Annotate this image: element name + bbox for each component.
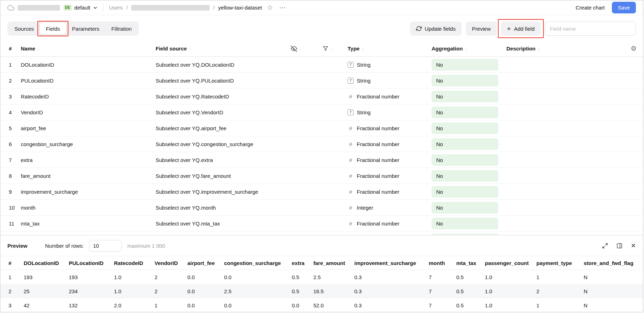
close-preview-icon[interactable]: ✕ <box>631 243 636 249</box>
field-row[interactable]: 2 PULocationID Subselect over YQ.PULocat… <box>0 73 643 89</box>
field-row[interactable]: 5 airport_fee Subselect over YQ.airport_… <box>0 120 643 136</box>
field-aggregation-cell: No <box>427 234 501 235</box>
field-name[interactable]: fare_amount <box>21 173 156 179</box>
number-of-rows-input[interactable] <box>89 240 122 252</box>
preview-cell: 2.5 <box>313 274 354 280</box>
col-aggregation[interactable]: Aggregation ↓ <box>427 46 501 52</box>
col-type[interactable]: Type ↓ <box>344 46 427 52</box>
aggregation-select[interactable]: No <box>432 59 498 71</box>
top-bar: DE default Users / / yellow-taxi-dataset… <box>0 0 643 15</box>
field-type[interactable]: Integer <box>344 205 427 211</box>
create-chart-button[interactable]: Create chart <box>576 5 605 11</box>
field-row[interactable]: 10 month Subselect over YQ.month Integer… <box>0 200 643 216</box>
col-field-source[interactable]: Field source ↓ <box>156 46 288 52</box>
preview-cell: 2 <box>536 288 584 294</box>
field-type-label: Fractional number <box>357 141 399 147</box>
col-name[interactable]: Name ↓ <box>21 46 156 52</box>
field-row[interactable]: 7 extra Subselect over YQ.extra Fraction… <box>0 152 643 168</box>
field-name-input[interactable] <box>545 22 636 36</box>
field-name[interactable]: congestion_surcharge <box>21 141 156 147</box>
field-type[interactable]: Fractional number <box>344 94 427 100</box>
field-row[interactable]: 1 DOLocationID Subselect over YQ.DOLocat… <box>0 57 643 73</box>
field-aggregation-cell: No <box>427 75 501 86</box>
preview-cell: N <box>584 302 643 308</box>
field-name[interactable]: VendorID <box>21 109 156 115</box>
field-type[interactable]: Fractional number <box>344 141 427 147</box>
save-button[interactable]: Save <box>612 2 636 13</box>
aggregation-select[interactable]: No <box>432 75 498 86</box>
add-field-button[interactable]: + Add field <box>501 22 541 36</box>
aggregation-select[interactable]: No <box>432 91 498 102</box>
field-type-icon <box>348 125 354 131</box>
tab-sources[interactable]: Sources <box>8 23 40 35</box>
field-type[interactable]: String <box>344 78 427 84</box>
field-type-icon <box>348 221 354 227</box>
tab-parameters[interactable]: Parameters <box>66 23 106 35</box>
field-type[interactable]: Fractional number <box>344 173 427 179</box>
field-type[interactable]: Fractional number <box>344 221 427 227</box>
filter-funnel-icon <box>323 46 328 51</box>
favorite-star-icon[interactable]: ☆ <box>267 4 273 11</box>
field-name[interactable]: month <box>21 205 156 211</box>
field-row[interactable]: 9 improvement_surcharge Subselect over Y… <box>0 184 643 200</box>
field-row[interactable]: 11 mta_tax Subselect over YQ.mta_tax Fra… <box>0 216 643 231</box>
preview-col-header: month <box>429 260 456 266</box>
field-type[interactable]: Fractional number <box>344 157 427 163</box>
field-name[interactable]: extra <box>21 157 156 163</box>
redacted-org-name <box>18 5 60 11</box>
breadcrumb-users[interactable]: Users <box>109 5 123 11</box>
aggregation-select[interactable]: No <box>432 186 498 198</box>
aggregation-select[interactable]: No <box>432 122 498 134</box>
aggregation-select[interactable]: No <box>432 202 498 213</box>
preview-col-header: # <box>8 260 24 266</box>
preview-toggle-button[interactable]: Preview <box>466 22 496 36</box>
preview-cell: 2 <box>155 274 187 280</box>
settings-gear-icon[interactable]: ⚙ <box>631 45 637 52</box>
field-source: Subselect over YQ.mta_tax <box>156 221 344 227</box>
aggregation-select[interactable]: No <box>432 170 498 182</box>
top-bar-actions: Create chart Save <box>576 2 636 13</box>
field-row[interactable]: 4 VendorID Subselect over YQ.VendorID St… <box>0 104 643 120</box>
col-description[interactable]: Description ↓ <box>501 46 643 52</box>
redacted-folder-name[interactable] <box>131 5 210 11</box>
expand-preview-icon[interactable] <box>602 243 608 249</box>
field-type[interactable]: Fractional number <box>344 125 427 131</box>
field-name[interactable]: RatecodeID <box>21 94 156 100</box>
field-row-index: 11 <box>9 221 21 227</box>
field-name[interactable]: PULocationID <box>21 78 156 84</box>
field-type[interactable]: Fractional number <box>344 189 427 195</box>
update-fields-button[interactable]: Update fields <box>410 22 462 36</box>
field-type-label: Fractional number <box>357 157 399 163</box>
preview-cell: 0.0 <box>187 302 224 308</box>
field-type-icon <box>348 62 354 68</box>
aggregation-select[interactable]: No <box>432 154 498 166</box>
field-row[interactable]: 8 fare_amount Subselect over YQ.fare_amo… <box>0 168 643 184</box>
col-filter[interactable]: ↓ <box>320 46 344 51</box>
sort-arrow-icon: ↓ <box>362 46 364 51</box>
field-source: Subselect over YQ.month <box>156 205 344 211</box>
field-type[interactable]: String <box>344 62 427 68</box>
aggregation-select[interactable]: No <box>432 138 498 150</box>
field-row[interactable]: 6 congestion_surcharge Subselect over YQ… <box>0 136 643 152</box>
field-type-label: String <box>357 62 371 68</box>
field-type[interactable]: String <box>344 109 427 115</box>
field-type-label: Fractional number <box>357 189 399 195</box>
workspace-selector[interactable]: DE default <box>64 5 97 11</box>
tab-filtration[interactable]: Filtration <box>106 23 138 35</box>
aggregation-select[interactable]: No <box>432 234 498 235</box>
aggregation-select[interactable]: No <box>432 107 498 118</box>
field-source: Subselect over YQ.extra <box>156 157 344 163</box>
tab-fields[interactable]: Fields <box>40 23 66 35</box>
aggregation-select[interactable]: No <box>432 218 498 229</box>
field-name[interactable]: DOLocationID <box>21 62 156 68</box>
split-view-icon[interactable] <box>616 243 622 249</box>
field-name[interactable]: improvement_surcharge <box>21 189 156 195</box>
field-name[interactable]: mta_tax <box>21 221 156 227</box>
field-row[interactable]: 3 RatecodeID Subselect over YQ.RatecodeI… <box>0 89 643 104</box>
preview-cell: 1.0 <box>485 274 536 280</box>
field-name[interactable]: airport_fee <box>21 125 156 131</box>
more-actions-icon[interactable]: ⋯ <box>279 4 286 11</box>
field-row-partial[interactable]: No <box>0 231 643 235</box>
col-hidden[interactable]: ↓ <box>288 46 320 52</box>
top-bar-left: DE default Users / / yellow-taxi-dataset… <box>7 4 576 12</box>
